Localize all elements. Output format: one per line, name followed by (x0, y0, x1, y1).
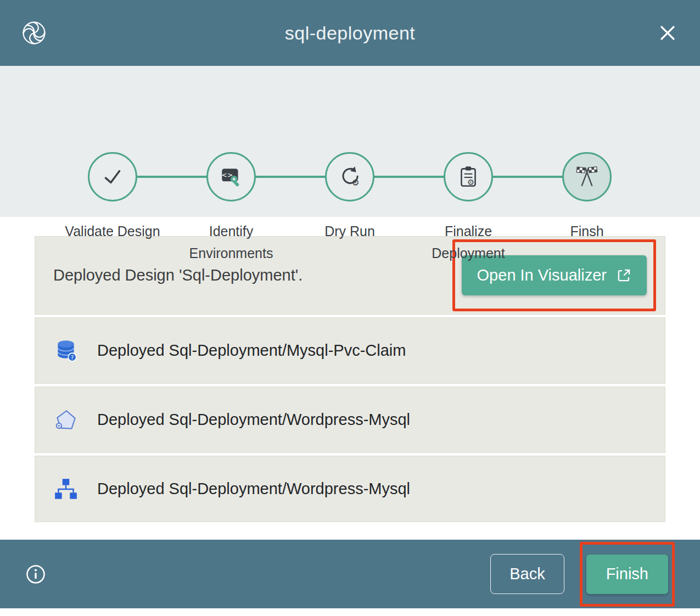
database-icon: ? (53, 338, 79, 363)
pentagon-icon (53, 407, 79, 433)
step-label: Finalize Deployment (411, 220, 526, 264)
close-icon[interactable] (658, 24, 677, 42)
clipboard-gear-icon: ⚙ (444, 152, 493, 201)
step-identify-environments: <> Identify Environments (172, 152, 290, 264)
step-label: Identify Environments (173, 220, 289, 264)
hierarchy-icon (53, 477, 79, 502)
svg-text:⚙: ⚙ (467, 177, 474, 187)
back-button[interactable]: Back (490, 554, 564, 594)
deployed-item-row: ? Deployed Sql-Deployment/Mysql-Pvc-Clai… (35, 317, 665, 384)
info-icon[interactable] (25, 564, 46, 585)
annotation-box-finish: Finish (580, 542, 675, 607)
step-label: Dry Run (324, 220, 375, 242)
finish-button[interactable]: Finish (586, 555, 668, 594)
step-dry-run: ⚙ Dry Run (290, 152, 409, 264)
deployed-item-row: Deployed Sql-Deployment/Wordpress-Mysql (35, 456, 665, 522)
modal-header: sql-deployment (0, 0, 700, 66)
open-in-visualizer-label: Open In Visualizer (477, 266, 607, 284)
page-title: sql-deployment (0, 23, 700, 44)
meshery-logo-icon (19, 18, 49, 48)
external-link-icon (617, 268, 631, 283)
deployed-item-text: Deployed Sql-Deployment/Wordpress-Mysql (97, 411, 410, 429)
step-finish: Finsh (528, 152, 646, 264)
deployed-item-text: Deployed Sql-Deployment/Wordpress-Mysql (97, 480, 410, 498)
checkered-flags-icon (562, 152, 612, 201)
step-validate-design: Validate Design (53, 152, 172, 264)
deployment-stepper: Validate Design <> Identify Environments (0, 66, 700, 217)
deployment-results: Deployed Design 'Sql-Deployment'. Open I… (0, 217, 700, 540)
step-label: Validate Design (65, 220, 160, 242)
svg-text:⚙: ⚙ (351, 177, 359, 188)
deployed-item-row: Deployed Sql-Deployment/Wordpress-Mysql (35, 387, 665, 453)
code-wrench-icon: <> (206, 152, 256, 201)
check-icon (88, 152, 137, 201)
step-finalize-deployment: ⚙ Finalize Deployment (409, 152, 528, 264)
modal-footer: Back Finish (0, 540, 700, 608)
svg-text:?: ? (71, 354, 74, 360)
step-label: Finsh (570, 220, 603, 242)
deployed-item-text: Deployed Sql-Deployment/Mysql-Pvc-Claim (97, 341, 406, 360)
dry-run-icon: ⚙ (325, 152, 374, 201)
deploy-message: Deployed Design 'Sql-Deployment'. (53, 266, 303, 284)
